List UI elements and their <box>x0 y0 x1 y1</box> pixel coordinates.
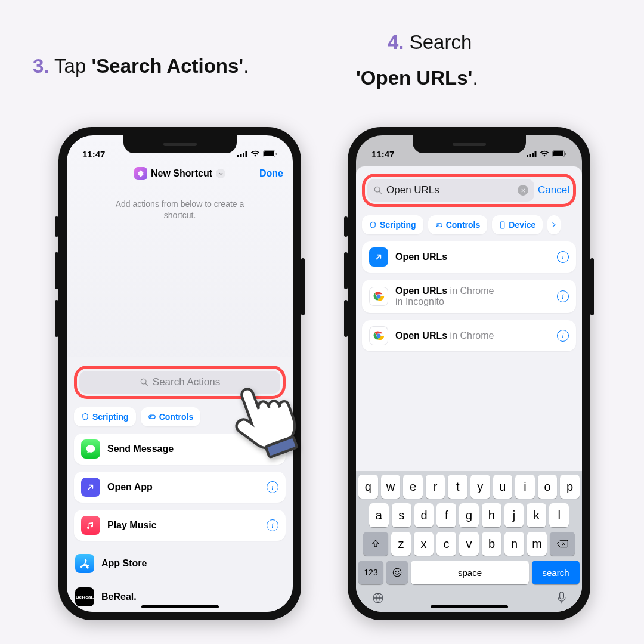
wifi-icon <box>250 149 260 159</box>
title-chevron-icon[interactable] <box>216 169 225 178</box>
svg-rect-3 <box>246 151 247 157</box>
svg-rect-33 <box>560 592 564 599</box>
caption-step-4-line2: 'Open URLs'. <box>356 67 478 89</box>
status-time: 11:47 <box>82 149 105 159</box>
key-shift[interactable] <box>363 532 388 556</box>
key-r[interactable]: r <box>426 475 445 499</box>
key-h[interactable]: h <box>482 503 501 527</box>
svg-rect-23 <box>500 222 504 228</box>
svg-point-29 <box>393 568 401 577</box>
nav-bar: New Shortcut Done <box>67 160 293 187</box>
info-icon[interactable]: i <box>557 330 569 342</box>
key-space[interactable]: space <box>411 561 529 584</box>
caption-step-3: 3. Tap 'Search Actions'. <box>33 55 249 78</box>
empty-state-text: Add actions from below to create a short… <box>67 187 293 221</box>
svg-rect-2 <box>243 153 244 157</box>
key-x[interactable]: x <box>414 532 434 556</box>
highlight-search-actions: Search Actions <box>74 366 286 399</box>
clear-icon[interactable] <box>518 185 528 196</box>
search-sheet: Open URLs Cancel Scripting Controls <box>356 166 582 612</box>
notch <box>413 135 526 153</box>
key-j[interactable]: j <box>504 503 524 527</box>
key-d[interactable]: d <box>414 503 434 527</box>
key-u[interactable]: u <box>493 475 513 499</box>
info-icon[interactable]: i <box>267 519 278 531</box>
open-app-icon <box>81 478 100 497</box>
svg-point-28 <box>377 334 381 338</box>
key-a[interactable]: a <box>369 503 389 527</box>
action-open-app[interactable]: Open App i <box>74 472 286 503</box>
phone-right: 11:47 Open URLs Cancel <box>348 127 590 620</box>
battery-icon <box>263 149 277 159</box>
search-icon <box>373 185 383 195</box>
page-title: New Shortcut <box>151 168 212 179</box>
key-t[interactable]: t <box>448 475 467 499</box>
key-o[interactable]: o <box>538 475 558 499</box>
svg-point-30 <box>395 571 397 572</box>
key-f[interactable]: f <box>436 503 456 527</box>
key-p[interactable]: p <box>560 475 580 499</box>
key-m[interactable]: m <box>527 532 547 556</box>
messages-icon <box>81 439 100 459</box>
section-app-store[interactable]: App Store <box>74 548 286 579</box>
key-w[interactable]: w <box>381 475 401 499</box>
key-i[interactable]: i <box>515 475 535 499</box>
svg-point-10 <box>150 416 152 418</box>
key-123[interactable]: 123 <box>358 561 383 584</box>
safari-open-icon <box>369 247 388 267</box>
action-send-message[interactable]: Send Message <box>74 434 286 465</box>
cancel-button[interactable]: Cancel <box>538 184 571 196</box>
key-emoji[interactable] <box>386 561 408 584</box>
result-open-urls-chrome-incognito[interactable]: Open URLs in Chromein Incognito i <box>362 280 576 313</box>
key-k[interactable]: k <box>527 503 546 527</box>
svg-rect-5 <box>264 151 274 156</box>
chip-controls[interactable]: Controls <box>141 407 201 426</box>
chip-controls[interactable]: Controls <box>428 215 488 234</box>
chip-scripting[interactable]: Scripting <box>74 407 136 426</box>
info-icon[interactable]: i <box>267 481 278 493</box>
mic-icon[interactable] <box>557 592 566 607</box>
key-c[interactable]: c <box>436 532 456 556</box>
chrome-icon <box>369 326 388 345</box>
search-input[interactable]: Open URLs <box>367 179 534 202</box>
key-n[interactable]: n <box>504 532 524 556</box>
caption-step-4-line1: 4. Search <box>388 31 472 54</box>
key-s[interactable]: s <box>392 503 411 527</box>
result-open-urls-chrome[interactable]: Open URLs in Chrome i <box>362 320 576 351</box>
key-y[interactable]: y <box>470 475 490 499</box>
chip-more[interactable] <box>547 215 561 234</box>
highlight-search-field: Open URLs Cancel <box>362 174 576 207</box>
phone-left: 11:47 New Shortcut Done Add actions from… <box>58 127 301 620</box>
search-actions-field[interactable]: Search Actions <box>79 371 280 394</box>
key-b[interactable]: b <box>482 532 501 556</box>
shortcuts-icon <box>134 167 147 180</box>
key-l[interactable]: l <box>549 503 569 527</box>
done-button[interactable]: Done <box>259 168 283 179</box>
chrome-icon <box>369 287 388 306</box>
cellular-icon <box>237 149 247 159</box>
key-v[interactable]: v <box>459 532 479 556</box>
music-icon <box>81 516 100 535</box>
key-e[interactable]: e <box>403 475 423 499</box>
svg-rect-6 <box>276 153 277 155</box>
key-backspace[interactable] <box>550 532 575 556</box>
action-play-music[interactable]: Play Music i <box>74 510 286 541</box>
key-q[interactable]: q <box>358 475 378 499</box>
svg-line-8 <box>145 383 147 385</box>
chip-device[interactable]: Device <box>492 215 543 234</box>
result-open-urls[interactable]: Open URLs i <box>362 242 576 273</box>
svg-rect-1 <box>240 154 242 157</box>
home-indicator <box>141 605 219 608</box>
info-icon[interactable]: i <box>557 251 569 263</box>
app-store-icon <box>75 554 94 573</box>
actions-sheet: Search Actions Scripting Controls Send M… <box>67 357 293 612</box>
key-z[interactable]: z <box>391 532 411 556</box>
globe-icon[interactable] <box>371 592 385 607</box>
svg-point-22 <box>436 224 438 225</box>
info-icon[interactable]: i <box>557 290 569 302</box>
key-g[interactable]: g <box>459 503 479 527</box>
home-indicator <box>431 605 508 608</box>
key-search[interactable]: search <box>532 561 580 584</box>
chip-scripting[interactable]: Scripting <box>362 215 423 234</box>
notch <box>123 135 237 153</box>
